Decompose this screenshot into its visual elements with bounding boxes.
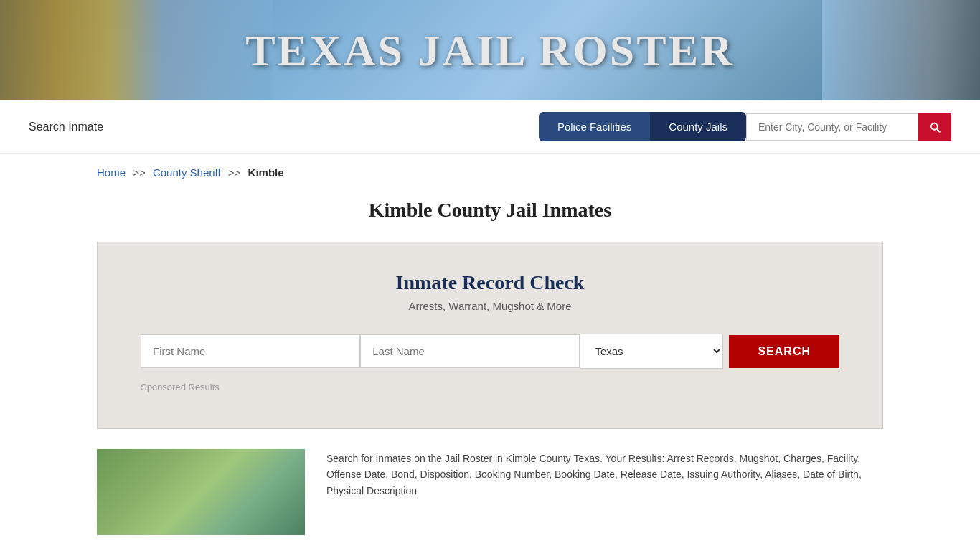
breadcrumb-home[interactable]: Home	[97, 166, 126, 179]
last-name-input[interactable]	[360, 334, 580, 368]
bottom-description: Search for Inmates on the Jail Roster in…	[326, 449, 883, 535]
facility-image	[97, 449, 305, 535]
breadcrumb: Home >> County Sheriff >> Kimble	[0, 154, 980, 192]
record-check-subtitle: Arrests, Warrant, Mugshot & More	[141, 300, 839, 312]
breadcrumb-sep-2: >>	[228, 166, 241, 179]
nav-controls: Police Facilities County Jails	[539, 112, 951, 141]
header-banner: Texas Jail Roster	[0, 0, 980, 100]
breadcrumb-sep-1: >>	[133, 166, 146, 179]
breadcrumb-current: Kimble	[248, 166, 284, 179]
county-jails-button[interactable]: County Jails	[650, 112, 746, 141]
record-check-title: Inmate Record Check	[141, 271, 839, 294]
nav-bar: Search Inmate Police Facilities County J…	[0, 100, 980, 154]
page-title: Kimble County Jail Inmates	[0, 192, 980, 242]
record-check-section: Inmate Record Check Arrests, Warrant, Mu…	[97, 242, 883, 429]
facility-search-button[interactable]	[918, 113, 951, 141]
bottom-section: Search for Inmates on the Jail Roster in…	[0, 435, 980, 550]
state-select[interactable]: Texas Alabama Alaska Arizona Arkansas Ca…	[580, 334, 723, 369]
record-check-form: Texas Alabama Alaska Arizona Arkansas Ca…	[141, 334, 839, 369]
search-icon	[928, 121, 941, 133]
sponsored-results-label: Sponsored Results	[141, 382, 839, 392]
police-facilities-button[interactable]: Police Facilities	[539, 112, 650, 141]
capitol-image	[0, 0, 273, 100]
record-search-button[interactable]: SEARCH	[729, 335, 839, 368]
keys-image	[822, 0, 980, 100]
breadcrumb-county-sheriff[interactable]: County Sheriff	[153, 166, 221, 179]
first-name-input[interactable]	[141, 334, 360, 368]
site-title: Texas Jail Roster	[245, 25, 735, 76]
facility-search-input[interactable]	[746, 113, 918, 141]
search-inmate-label: Search Inmate	[29, 121, 103, 133]
